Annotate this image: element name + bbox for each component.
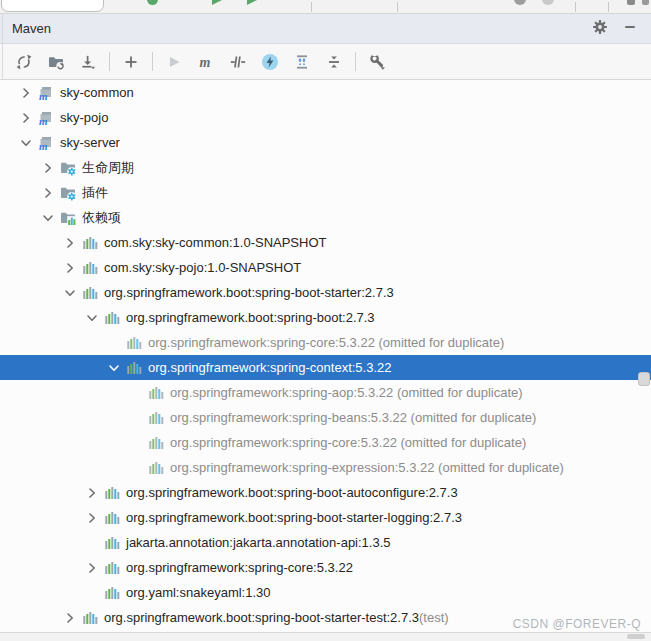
tree-row[interactable]: org.springframework.boot:spring-boot-sta… (0, 505, 651, 530)
library-icon (82, 235, 98, 251)
tree-row-label: org.springframework.boot:spring-boot-sta… (104, 610, 419, 625)
tree-row-label: com.sky:sky-pojo:1.0-SNAPSHOT (104, 260, 301, 275)
generate-sources-button[interactable] (43, 49, 69, 75)
collapse-all-button[interactable] (321, 49, 347, 75)
library-icon (104, 510, 120, 526)
tree-row-selected[interactable]: org.springframework:spring-context:5.3.2… (0, 355, 651, 380)
maven-module-icon: m (38, 85, 54, 101)
dependencies-folder-icon (60, 210, 76, 226)
reload-all-maven-projects-button[interactable] (11, 49, 37, 75)
toolbar-separator-fragment (397, 2, 398, 12)
lifecycle-folder-icon (60, 160, 76, 176)
chevron-right-icon[interactable] (84, 560, 100, 576)
tree-row-label: org.springframework:spring-aop:5.3.22 (o… (170, 385, 523, 400)
tree-row[interactable]: org.springframework:spring-core:5.3.22 (… (0, 330, 651, 355)
tree-row-label: 插件 (82, 184, 108, 202)
library-icon (104, 585, 120, 601)
chevron-placeholder (128, 410, 144, 426)
svg-text:m: m (39, 139, 48, 151)
tree-row[interactable]: 生命周期 (0, 155, 651, 180)
chevron-right-icon[interactable] (62, 260, 78, 276)
run-build-button[interactable] (161, 49, 187, 75)
tree-row[interactable]: msky-pojo (0, 105, 651, 130)
tree-row[interactable]: org.springframework:spring-core:5.3.22 (0, 555, 651, 580)
library-icon (126, 335, 142, 351)
download-sources-button[interactable] (75, 49, 101, 75)
tree-row[interactable]: com.sky:sky-pojo:1.0-SNAPSHOT (0, 255, 651, 280)
chevron-placeholder (106, 335, 122, 351)
tree-row-label: org.springframework.boot:spring-boot-sta… (104, 285, 394, 300)
folder-sync-icon (48, 54, 64, 70)
tree-row[interactable]: org.springframework:spring-core:5.3.22 (… (0, 430, 651, 455)
offline-mode-button[interactable] (257, 49, 283, 75)
chevron-right-icon[interactable] (84, 485, 100, 501)
chevron-right-icon[interactable] (18, 110, 34, 126)
tree-row[interactable]: com.sky:sky-common:1.0-SNAPSHOT (0, 230, 651, 255)
tree-row[interactable]: jakarta.annotation:jakarta.annotation-ap… (0, 530, 651, 555)
maven-settings-button[interactable] (364, 49, 390, 75)
tree-row[interactable]: org.springframework:spring-expression:5.… (0, 455, 651, 480)
hide-tool-window-button[interactable] (619, 18, 641, 40)
skip-tests-button[interactable] (225, 49, 251, 75)
toolbar-separator (109, 52, 110, 71)
green-icon-fragment (212, 0, 222, 5)
chevron-down-icon[interactable] (40, 210, 56, 226)
library-icon (104, 535, 120, 551)
execute-maven-goal-button[interactable]: m (193, 49, 219, 75)
chevron-down-icon[interactable] (62, 285, 78, 301)
tree-row[interactable]: org.yaml:snakeyaml:1.30 (0, 580, 651, 605)
reload-icon (16, 54, 32, 70)
tree-row[interactable]: org.springframework:spring-beans:5.3.22 … (0, 405, 651, 430)
chevron-placeholder (128, 385, 144, 401)
tree-row[interactable]: org.springframework:spring-aop:5.3.22 (o… (0, 380, 651, 405)
tree-row[interactable]: org.springframework.boot:spring-boot-aut… (0, 480, 651, 505)
tree-row-label: org.yaml:snakeyaml:1.30 (126, 585, 271, 600)
chevron-right-icon[interactable] (40, 160, 56, 176)
minimize-icon (622, 19, 638, 39)
tree-row-label: jakarta.annotation:jakarta.annotation-ap… (126, 535, 391, 550)
vertical-scrollbar-thumb[interactable] (638, 372, 650, 386)
tree-row-label: org.springframework:spring-core:5.3.22 (126, 560, 353, 575)
chevron-right-icon[interactable] (84, 510, 100, 526)
chevron-down-icon[interactable] (106, 360, 122, 376)
chevron-placeholder (128, 460, 144, 476)
svg-text:m: m (39, 89, 48, 101)
library-icon (82, 260, 98, 276)
expand-all-button[interactable] (289, 49, 315, 75)
maven-header: Maven (0, 14, 651, 44)
chevron-right-icon[interactable] (62, 610, 78, 626)
library-icon (82, 610, 98, 626)
tree-row[interactable]: msky-server (0, 130, 651, 155)
gray-icon-fragment (542, 0, 554, 5)
green-icon-fragment (247, 0, 257, 5)
tree-row[interactable]: msky-common (0, 80, 651, 105)
chevron-right-icon[interactable] (18, 85, 34, 101)
tool-window-title: Maven (12, 21, 51, 36)
chevron-down-icon[interactable] (84, 310, 100, 326)
add-maven-project-button[interactable] (118, 49, 144, 75)
horizontal-scrollbar-track (0, 632, 651, 641)
offline-lightning-icon (261, 53, 279, 71)
tool-window-settings-button[interactable] (589, 18, 611, 40)
tree-row-scope-suffix: (test) (419, 610, 449, 625)
tree-row[interactable]: 依赖项 (0, 205, 651, 230)
collapse-all-icon (326, 54, 342, 70)
tree-row-label: sky-server (60, 135, 120, 150)
chevron-right-icon[interactable] (62, 235, 78, 251)
library-icon (148, 410, 164, 426)
chevron-right-icon[interactable] (40, 185, 56, 201)
tree-row-label: org.springframework.boot:spring-boot:2.7… (126, 310, 375, 325)
chevron-down-icon[interactable] (18, 135, 34, 151)
run-config-selector-fragment[interactable] (1, 0, 104, 12)
tree-row[interactable]: org.springframework.boot:spring-boot-sta… (0, 280, 651, 305)
tree-row-label: org.springframework:spring-core:5.3.22 (… (148, 335, 504, 350)
maven-tool-window: Maven (0, 0, 651, 641)
green-icon-fragment (147, 0, 158, 5)
tree-row[interactable]: 插件 (0, 180, 651, 205)
toolbar-separator (152, 52, 153, 71)
tree-row[interactable]: org.springframework.boot:spring-boot:2.7… (0, 305, 651, 330)
library-icon (148, 460, 164, 476)
tree-row-label: org.springframework.boot:spring-boot-sta… (126, 510, 462, 525)
gray-icon-fragment (642, 0, 649, 5)
horizontal-scrollbar-thumb[interactable] (627, 634, 645, 639)
